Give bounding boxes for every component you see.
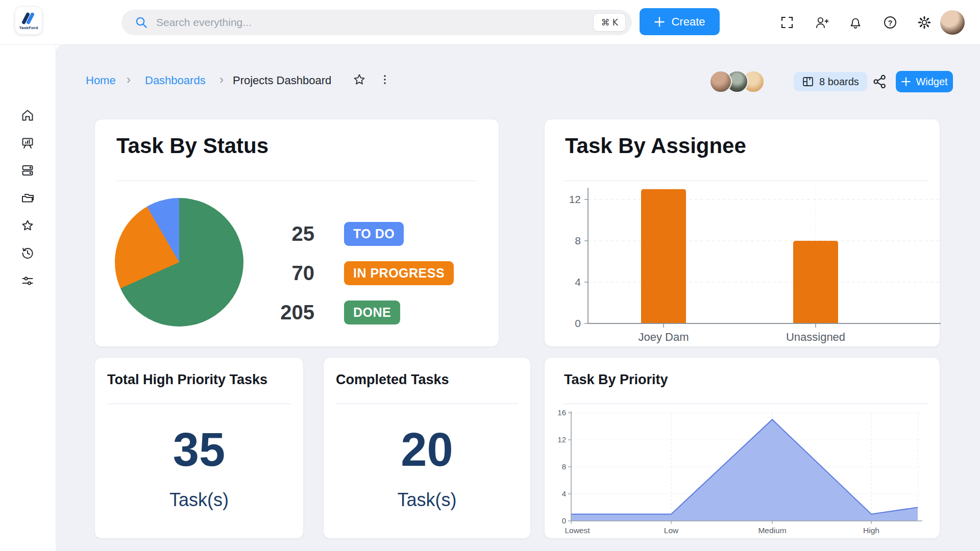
- task-by-priority-card: Task By Priority 0481216LowestLowMediumH…: [544, 357, 940, 539]
- divider: [563, 181, 928, 181]
- completed-tasks-value: 20: [324, 423, 530, 477]
- add-user-icon[interactable]: [815, 15, 829, 30]
- sidebar-home-icon[interactable]: [20, 108, 35, 122]
- in-progress-count: 70: [243, 262, 314, 285]
- in-progress-badge: IN PROGRESS: [344, 261, 454, 285]
- svg-text:0: 0: [562, 516, 566, 525]
- sidebar-dashboard-board-icon[interactable]: [20, 136, 35, 150]
- svg-text:Medium: Medium: [758, 526, 786, 535]
- svg-text:16: 16: [557, 409, 566, 417]
- high-priority-unit: Task(s): [95, 489, 303, 511]
- status-legend: 25 TO DO 70 IN PROGRESS 205 DONE: [243, 218, 454, 336]
- status-card-title: Task By Status: [116, 134, 268, 158]
- svg-text:12: 12: [569, 193, 581, 205]
- svg-text:8: 8: [575, 235, 581, 246]
- fullscreen-icon[interactable]: [780, 15, 794, 30]
- svg-text:Joey Dam: Joey Dam: [638, 331, 689, 343]
- breadcrumb-separator: ›: [127, 72, 131, 87]
- help-icon[interactable]: ?: [883, 15, 897, 30]
- task-by-assignee-card: Task By Assignee 04812Joey DamUnassigned: [544, 119, 940, 347]
- settings-gear-icon[interactable]: [917, 15, 932, 30]
- svg-text:Unassigned: Unassigned: [786, 331, 845, 343]
- top-bar: TaskFord Search everything... ⌘ K Create: [0, 0, 980, 45]
- app-logo[interactable]: TaskFord: [15, 7, 42, 34]
- share-icon[interactable]: [872, 73, 888, 90]
- bar-joey-dam: [641, 189, 686, 323]
- boards-count-button[interactable]: 8 boards: [794, 72, 867, 91]
- boards-count-label: 8 boards: [819, 76, 859, 88]
- breadcrumb-separator: ›: [219, 72, 224, 87]
- done-count: 205: [243, 301, 314, 324]
- legend-row-in-progress: 70 IN PROGRESS: [243, 258, 454, 288]
- logo-slashes-icon: [22, 12, 35, 25]
- create-button[interactable]: Create: [640, 8, 720, 35]
- breadcrumb-dashboards[interactable]: Dashboards: [145, 74, 206, 87]
- todo-badge: TO DO: [344, 222, 404, 246]
- search-input[interactable]: Search everything... ⌘ K: [121, 10, 632, 35]
- task-by-status-card: Task By Status 25 TO DO 70 IN PROGRESS 2…: [94, 119, 499, 347]
- breadcrumb-current-page: Projects Dashboard: [233, 74, 331, 87]
- plus-icon: [654, 16, 665, 28]
- plus-icon: [901, 77, 911, 87]
- kanban-board-icon: [802, 76, 814, 88]
- member-avatar-1[interactable]: [709, 70, 732, 93]
- svg-text:12: 12: [557, 435, 566, 444]
- favorite-star-icon[interactable]: [352, 72, 366, 87]
- completed-tasks-card: Completed Tasks 20 Task(s): [323, 357, 531, 539]
- high-priority-card: Total High Priority Tasks 35 Task(s): [94, 357, 304, 539]
- assignee-card-title: Task By Assignee: [565, 134, 746, 158]
- priority-area-chart: 0481216LowestLowMediumHigh: [545, 409, 941, 536]
- sidebar-sliders-icon[interactable]: [20, 273, 35, 288]
- sidebar-nav: [0, 45, 56, 551]
- status-pie-chart: [115, 198, 243, 327]
- divider: [116, 181, 477, 181]
- more-options-kebab-icon[interactable]: [378, 72, 392, 87]
- svg-text:4: 4: [575, 276, 581, 288]
- breadcrumb-home[interactable]: Home: [86, 74, 116, 87]
- search-icon: [135, 16, 148, 29]
- divider: [107, 404, 291, 404]
- sidebar-star-icon[interactable]: [20, 218, 35, 233]
- svg-text:?: ?: [888, 19, 893, 27]
- create-button-label: Create: [671, 15, 705, 29]
- notifications-bell-icon[interactable]: [848, 15, 863, 30]
- priority-area: [571, 419, 918, 521]
- completed-tasks-title: Completed Tasks: [336, 372, 449, 388]
- assignee-bar-chart: 04812Joey DamUnassigned: [545, 184, 941, 347]
- divider: [336, 404, 518, 404]
- user-avatar[interactable]: [940, 10, 965, 35]
- svg-text:Low: Low: [664, 526, 679, 535]
- svg-text:4: 4: [562, 489, 566, 498]
- divider: [563, 404, 928, 404]
- sidebar-stack-icon[interactable]: [20, 163, 35, 178]
- svg-text:8: 8: [562, 462, 566, 471]
- legend-row-todo: 25 TO DO: [243, 218, 454, 249]
- keyboard-shortcut-badge: ⌘ K: [593, 13, 626, 32]
- svg-text:0: 0: [575, 317, 581, 329]
- svg-text:Lowest: Lowest: [565, 526, 590, 535]
- high-priority-value: 35: [95, 423, 303, 477]
- sidebar-folders-icon[interactable]: [20, 191, 35, 205]
- svg-text:High: High: [863, 526, 879, 535]
- done-badge: DONE: [344, 300, 400, 324]
- bar-unassigned: [793, 241, 838, 323]
- sidebar-history-icon[interactable]: [20, 246, 35, 260]
- priority-card-title: Task By Priority: [564, 372, 668, 388]
- completed-tasks-unit: Task(s): [324, 489, 530, 511]
- high-priority-title: Total High Priority Tasks: [107, 372, 267, 388]
- logo-text: TaskFord: [19, 26, 38, 30]
- search-placeholder: Search everything...: [156, 16, 593, 29]
- add-widget-button[interactable]: Widget: [896, 71, 953, 92]
- todo-count: 25: [243, 222, 314, 245]
- legend-row-done: 205 DONE: [243, 297, 454, 328]
- add-widget-label: Widget: [916, 76, 947, 88]
